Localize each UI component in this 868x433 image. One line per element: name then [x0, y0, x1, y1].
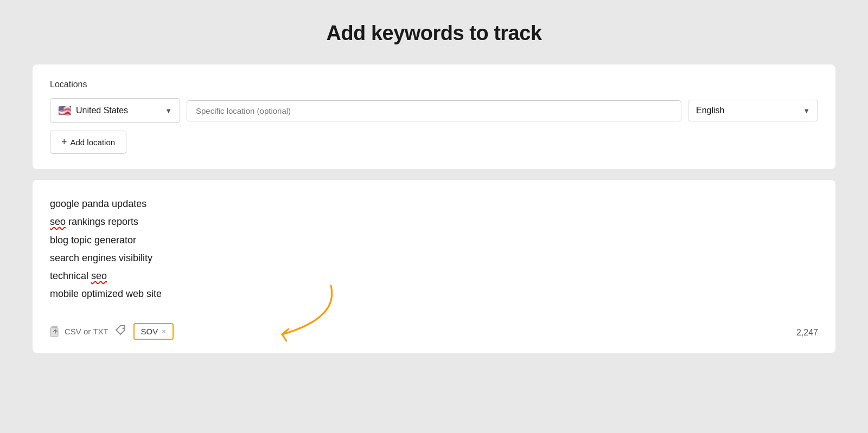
- sov-label: SOV: [141, 327, 158, 336]
- keyword-count: 2,247: [796, 328, 818, 338]
- locations-row: 🇺🇸 United States ▼ English ▼: [50, 98, 818, 123]
- csv-label: CSV or TXT: [65, 327, 108, 336]
- plus-icon: +: [61, 137, 67, 148]
- sov-close-icon[interactable]: ×: [162, 327, 166, 335]
- list-item: technical seo: [50, 267, 818, 285]
- keywords-footer: CSV or TXT SOV ×: [50, 323, 818, 340]
- locations-card: Locations 🇺🇸 United States ▼ English ▼ +…: [33, 64, 835, 169]
- svg-point-1: [122, 327, 124, 329]
- page-title: Add keywords to track: [326, 22, 541, 45]
- keywords-list: google panda updates seo rankings report…: [50, 195, 818, 303]
- list-item: seo rankings reports: [50, 213, 818, 231]
- keywords-card: google panda updates seo rankings report…: [33, 180, 835, 353]
- country-flag: 🇺🇸: [58, 104, 72, 117]
- tag-icon: [115, 325, 127, 338]
- sov-tag[interactable]: SOV ×: [133, 323, 174, 340]
- svg-rect-0: [50, 328, 58, 337]
- add-location-label: Add location: [71, 138, 116, 147]
- list-item: google panda updates: [50, 195, 818, 213]
- keyword-seo-underline: seo: [91, 270, 107, 281]
- specific-location-input[interactable]: [187, 100, 681, 121]
- upload-icon: [50, 325, 61, 337]
- country-select[interactable]: 🇺🇸 United States ▼: [50, 98, 180, 123]
- keyword-seo-underline: seo: [50, 216, 66, 227]
- csv-upload-button[interactable]: CSV or TXT: [50, 325, 108, 337]
- add-location-button[interactable]: + Add location: [50, 131, 126, 154]
- list-item: blog topic generator: [50, 231, 818, 249]
- locations-label: Locations: [50, 80, 818, 89]
- chevron-down-icon: ▼: [165, 107, 172, 115]
- country-name: United States: [76, 106, 161, 115]
- language-name: English: [696, 106, 799, 115]
- chevron-down-icon: ▼: [803, 107, 810, 115]
- list-item: search engines visibility: [50, 249, 818, 267]
- list-item: mobile optimized web site: [50, 285, 818, 303]
- language-select[interactable]: English ▼: [688, 100, 818, 121]
